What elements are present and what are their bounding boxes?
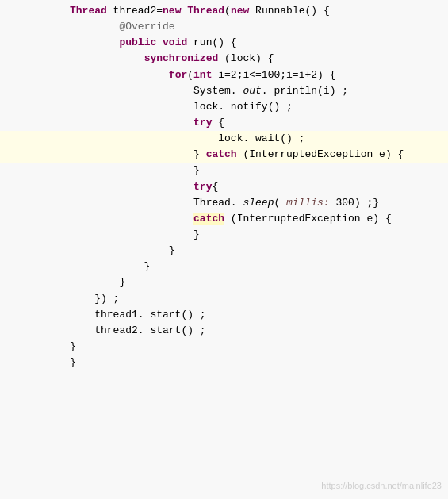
code-line: lock. notify() ; <box>0 99 448 115</box>
line-content: try{ <box>70 179 448 195</box>
line-content: Thread thread2=new Thread(new Runnable()… <box>70 3 448 19</box>
code-line: public void run() { <box>0 35 448 51</box>
line-content: for(int i=2;i<=100;i=i+2) { <box>70 67 448 83</box>
line-content: synchronized (lock) { <box>70 51 448 67</box>
code-line: try { <box>0 115 448 131</box>
line-content: @Override <box>70 19 448 35</box>
code-line: } <box>0 163 448 178</box>
code-line: } <box>0 227 448 243</box>
code-line: System. out. println(i) ; <box>0 83 448 99</box>
code-line: }) ; <box>0 291 448 307</box>
code-line: thread1. start() ; <box>0 307 448 323</box>
watermark: https://blog.csdn.net/mainlife23 <box>321 479 442 493</box>
line-content: } <box>70 274 448 290</box>
code-line: } <box>0 355 448 370</box>
line-content: }) ; <box>70 291 448 307</box>
line-content: } <box>70 227 448 243</box>
code-line: } <box>0 339 448 355</box>
line-content: catch (InterruptedException e) { <box>70 211 448 227</box>
code-line: @Override <box>0 19 448 35</box>
code-line-highlighted: } catch (InterruptedException e) { <box>0 147 448 163</box>
line-content: } <box>70 243 448 259</box>
code-line: Thread. sleep( millis: 300) ;} <box>0 195 448 211</box>
code-line: try{ <box>0 179 448 195</box>
code-line: for(int i=2;i<=100;i=i+2) { <box>0 67 448 83</box>
code-line: } <box>0 243 448 259</box>
line-content: try { <box>70 115 448 131</box>
code-line: thread2. start() ; <box>0 323 448 339</box>
code-container: Thread thread2=new Thread(new Runnable()… <box>0 0 448 499</box>
line-content: System. out. println(i) ; <box>70 83 448 99</box>
code-line: Thread thread2=new Thread(new Runnable()… <box>0 3 448 19</box>
code-line: catch (InterruptedException e) { <box>0 211 448 227</box>
line-content: } <box>70 339 448 355</box>
line-content: lock. wait() ; <box>70 131 448 147</box>
line-content: } <box>70 355 448 370</box>
line-content: } <box>70 163 448 178</box>
code-line: } <box>0 259 448 274</box>
line-content: Thread. sleep( millis: 300) ;} <box>70 195 448 211</box>
code-line: synchronized (lock) { <box>0 51 448 67</box>
line-content: } catch (InterruptedException e) { <box>70 147 448 163</box>
code-line-highlighted: lock. wait() ; <box>0 131 448 147</box>
line-content: public void run() { <box>70 35 448 51</box>
code-line: } <box>0 274 448 290</box>
line-content: thread1. start() ; <box>70 307 448 323</box>
line-content: } <box>70 259 448 274</box>
line-content: thread2. start() ; <box>70 323 448 339</box>
line-content: lock. notify() ; <box>70 99 448 115</box>
